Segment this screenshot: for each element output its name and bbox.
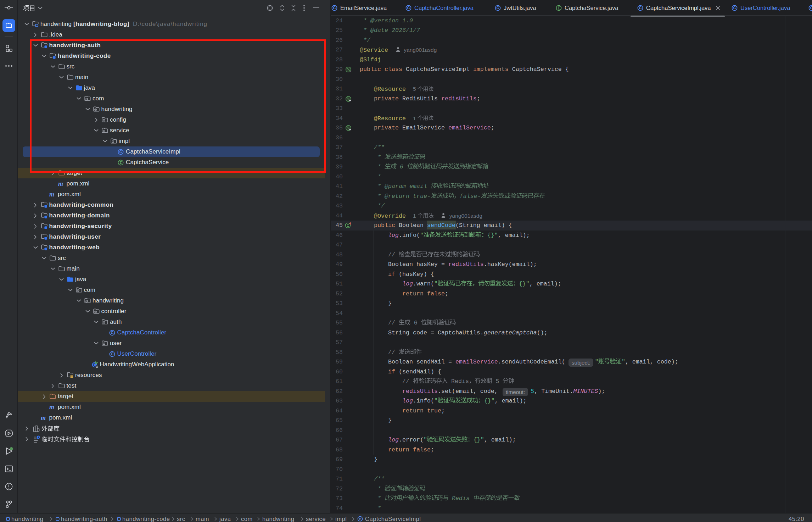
svg-text:C: C xyxy=(810,6,812,10)
svg-text:C: C xyxy=(333,6,336,10)
svg-text:C: C xyxy=(111,331,113,335)
svg-text:m: m xyxy=(41,414,46,421)
svg-text:C: C xyxy=(359,517,361,521)
svg-text:C: C xyxy=(111,352,113,356)
svg-text:C: C xyxy=(733,6,736,10)
svg-text:m: m xyxy=(49,191,54,198)
svg-text:C: C xyxy=(407,6,410,10)
svg-text:m: m xyxy=(49,404,54,411)
svg-text:C: C xyxy=(497,6,499,10)
svg-text:C: C xyxy=(639,6,642,10)
svg-text:m: m xyxy=(58,180,63,187)
